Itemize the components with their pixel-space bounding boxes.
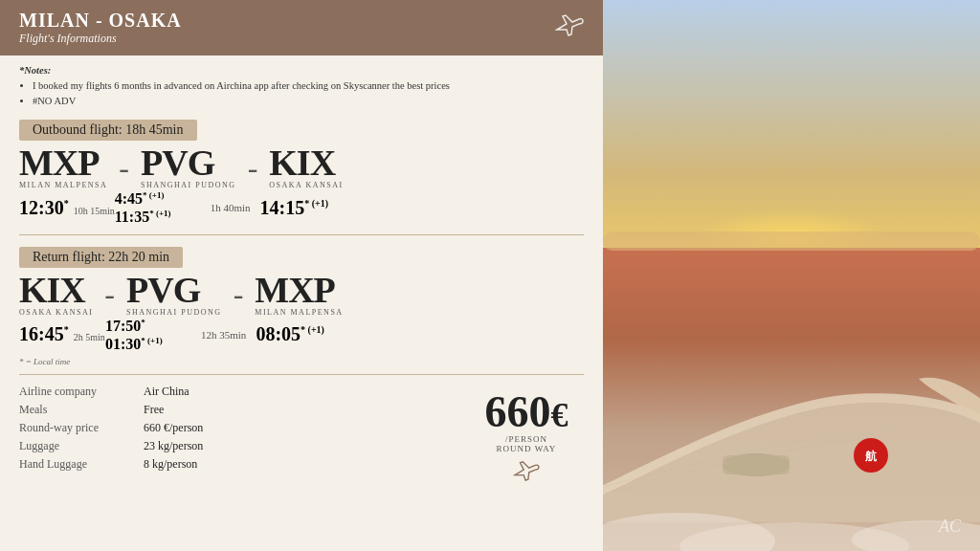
dash-1: - <box>107 152 141 183</box>
return-times-row: 16:45* 2h 5min 17:50* 01:30* (+1) 12h 35… <box>0 317 603 353</box>
return-via-name: SHANGHAI PUDONG <box>126 308 222 317</box>
outbound-arrive-group: 14:15* (+1) <box>260 198 346 218</box>
price-round-way: ROUND WAY <box>485 444 568 453</box>
price-display: 660€ /PERSON ROUND WAY <box>485 390 568 486</box>
route-title: MILAN - OSAKA <box>19 10 182 32</box>
return-arrive-time: 08:05* (+1) <box>256 323 324 344</box>
bottom-section: Airline company Air China Meals Free Rou… <box>0 381 603 496</box>
return-depart-group: 16:45* 2h 5min <box>19 324 105 344</box>
notes-list: I booked my flights 6 months in advanced… <box>19 78 584 109</box>
price-plane-icon <box>485 459 568 486</box>
outbound-to-code: KIX <box>269 144 343 181</box>
info-value-meals: Free <box>144 403 164 417</box>
info-table: Airline company Air China Meals Free Rou… <box>0 381 450 475</box>
outbound-leg2-duration: 1h 40min <box>201 202 260 213</box>
return-arrive-group: 08:05* (+1) <box>256 324 342 344</box>
return-from: KIX OSAKA KANSAI <box>19 272 93 317</box>
return-via-code: PVG <box>126 272 222 308</box>
info-row-airline: Airline company Air China <box>19 383 431 401</box>
info-value-price: 660 €/person <box>144 421 203 435</box>
return-to: MXP MILAN MALPENSA <box>255 272 343 317</box>
outbound-arrive-via1-note: * (+1) <box>143 190 164 200</box>
outbound-to: KIX OSAKA KANSAI <box>269 144 343 189</box>
return-depart-note: * <box>64 325 69 336</box>
info-value-airline: Air China <box>144 385 189 399</box>
local-time-note: * = Local time <box>0 355 603 368</box>
return-to-name: MILAN MALPENSA <box>255 308 343 317</box>
right-panel: 航 AC <box>603 0 980 551</box>
return-connecting-times: 17:50* 01:30* (+1) <box>105 317 191 353</box>
info-label-price: Round-way price <box>19 421 144 435</box>
outbound-from-code: MXP <box>19 144 107 181</box>
price-amount: 660€ <box>485 387 568 436</box>
return-via: PVG SHANGHAI PUDONG <box>126 272 222 317</box>
note-item-1: I booked my flights 6 months in advanced… <box>33 78 584 94</box>
route-subtitle: Flight's Informations <box>19 32 182 46</box>
outbound-via-name: SHANGHAI PUDONG <box>141 181 236 189</box>
return-to-code: MXP <box>255 272 343 308</box>
return-dash-1: - <box>93 278 126 309</box>
outbound-depart-note: * <box>64 198 69 209</box>
return-leg2-duration: 12h 35min <box>191 329 256 341</box>
info-value-hand-luggage: 8 kg/person <box>144 457 197 472</box>
info-row-luggage: Luggage 23 kg/person <box>19 437 431 455</box>
return-arrive-note: * (+1) <box>301 325 324 336</box>
return-arrive-via1: 17:50* <box>105 317 191 335</box>
info-label-meals: Meals <box>19 403 144 417</box>
info-label-luggage: Luggage <box>19 439 144 453</box>
outbound-arrive-via1: 4:45* (+1) <box>115 189 201 208</box>
return-dash-2: - <box>222 278 256 309</box>
watermark: AC <box>939 517 961 537</box>
left-panel: MILAN - OSAKA Flight's Informations *Not… <box>0 0 603 551</box>
outbound-depart-time: 12:30* <box>19 197 74 218</box>
cloud-bottom <box>603 455 980 551</box>
info-row-meals: Meals Free <box>19 401 431 419</box>
outbound-from-name: MILAN MALPENSA <box>19 181 107 189</box>
return-section: Return flight: 22h 20 min KIX OSAKA KANS… <box>0 241 603 355</box>
outbound-via: PVG SHANGHAI PUDONG <box>141 144 236 189</box>
outbound-times-row: 12:30* 10h 15min 4:45* (+1) 11:35* (+1) … <box>0 189 603 226</box>
outbound-depart-via2-note: * (+1) <box>149 209 170 218</box>
outbound-arrive-note: * (+1) <box>304 198 328 209</box>
divider <box>19 234 584 235</box>
return-depart-via2-note: * (+1) <box>141 335 162 344</box>
return-depart-via2: 01:30* (+1) <box>105 335 191 353</box>
price-block: 660€ /PERSON ROUND WAY <box>450 381 603 496</box>
outbound-depart-group: 12:30* 10h 15min <box>19 198 115 218</box>
notes-title: *Notes: <box>19 65 51 76</box>
outbound-airports-row: MXP MILAN MALPENSA - PVG SHANGHAI PUDONG… <box>0 144 603 189</box>
outbound-label: Outbound flight: 18h 45min <box>19 120 197 141</box>
return-leg1-duration: 2h 5min <box>74 332 105 342</box>
return-airports-row: KIX OSAKA KANSAI - PVG SHANGHAI PUDONG -… <box>0 272 603 317</box>
outbound-via-code: PVG <box>141 144 236 181</box>
outbound-section: Outbound flight: 18h 45min MXP MILAN MAL… <box>0 114 603 228</box>
return-label: Return flight: 22h 20 min <box>19 247 183 268</box>
info-label-hand-luggage: Hand Luggage <box>19 457 144 472</box>
return-arrive-via1-note: * <box>141 317 145 326</box>
header: MILAN - OSAKA Flight's Informations <box>0 0 603 55</box>
outbound-connecting-times: 4:45* (+1) 11:35* (+1) <box>115 189 201 226</box>
info-value-luggage: 23 kg/person <box>144 439 203 453</box>
return-from-code: KIX <box>19 272 93 308</box>
notes-section: *Notes: I booked my flights 6 months in … <box>0 55 603 114</box>
return-depart-time: 16:45* <box>19 323 74 344</box>
outbound-leg1-duration: 10h 15min <box>74 206 115 216</box>
return-from-name: OSAKA KANSAI <box>19 308 93 317</box>
outbound-from: MXP MILAN MALPENSA <box>19 144 107 189</box>
dash-2: - <box>236 152 270 183</box>
note-item-2: #NO ADV <box>33 94 584 109</box>
header-title: MILAN - OSAKA Flight's Informations <box>19 10 182 46</box>
info-label-airline: Airline company <box>19 385 144 399</box>
divider-2 <box>19 374 584 375</box>
outbound-arrive-time: 14:15* (+1) <box>260 197 329 218</box>
outbound-depart-via2: 11:35* (+1) <box>115 208 201 226</box>
plane-icon <box>555 12 584 43</box>
info-row-hand-luggage: Hand Luggage 8 kg/person <box>19 455 431 474</box>
outbound-to-name: OSAKA KANSAI <box>269 181 343 189</box>
info-row-price: Round-way price 660 €/person <box>19 419 431 437</box>
